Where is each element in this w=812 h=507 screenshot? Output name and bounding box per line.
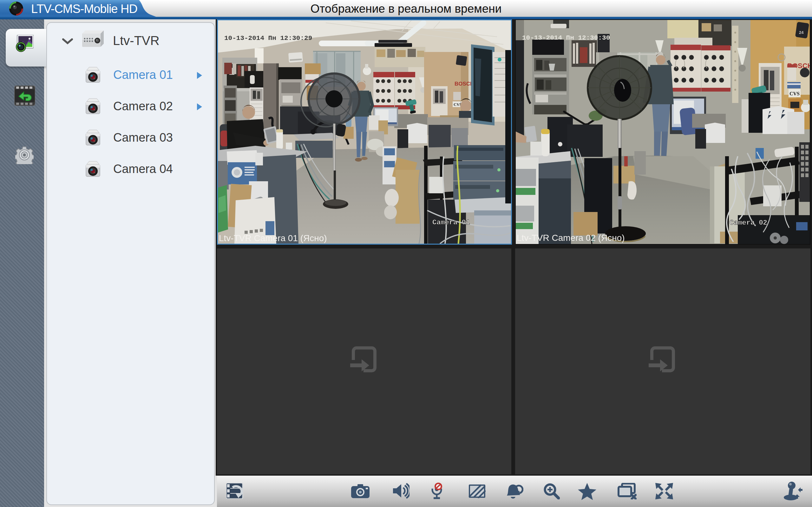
svg-text:Ltv-TVR Camera 02 (Ясно): Ltv-TVR Camera 02 (Ясно) xyxy=(517,233,625,243)
svg-text:10-13-2014 Пн 12:30:30: 10-13-2014 Пн 12:30:30 xyxy=(522,34,610,42)
svg-text:Camera 02: Camera 02 xyxy=(729,219,767,227)
svg-text:10-13-2014 Пн 12:30:29: 10-13-2014 Пн 12:30:29 xyxy=(224,35,312,42)
svg-text:Ltv-TVR Camera 01 (Ясно): Ltv-TVR Camera 01 (Ясно) xyxy=(219,233,327,243)
svg-text:CVS: CVS xyxy=(790,91,800,96)
svg-text:Camera 01: Camera 01 xyxy=(432,219,470,227)
svg-text:24: 24 xyxy=(799,30,804,35)
